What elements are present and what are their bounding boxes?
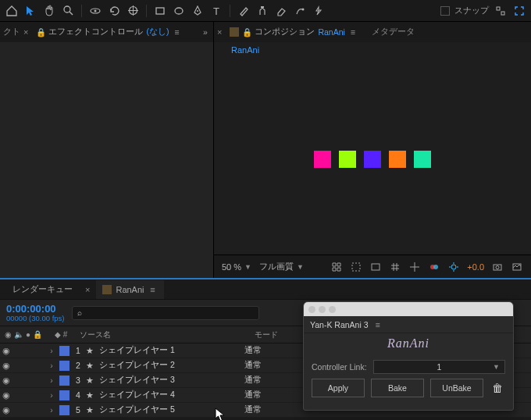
timeline-comp-tab[interactable]: RanAni ≡ [96, 280, 163, 299]
expand-layer-icon[interactable]: › [47, 361, 56, 370]
channel-icon[interactable] [428, 261, 440, 273]
resolution-dropdown[interactable]: フル画質 ▼ [259, 261, 304, 272]
mode-column[interactable]: モード [255, 329, 301, 340]
expand-layer-icon[interactable]: › [47, 346, 56, 355]
panel-menu-icon[interactable]: ≡ [172, 27, 181, 37]
layer-label-swatch[interactable] [59, 376, 69, 386]
window-min-dot[interactable] [319, 306, 326, 313]
layer-name[interactable]: シェイプレイヤー 5 [96, 404, 244, 415]
close-tab-icon[interactable]: × [23, 27, 28, 37]
layer-label-swatch[interactable] [59, 390, 69, 400]
blend-mode-dropdown[interactable]: 通常 [244, 404, 291, 415]
visibility-toggle-icon[interactable]: ◉ [0, 361, 12, 370]
bake-button[interactable]: Bake [371, 379, 424, 397]
svg-rect-15 [352, 263, 360, 271]
visibility-toggle-icon[interactable]: ◉ [0, 376, 12, 385]
text-tool-icon[interactable]: T [209, 4, 223, 18]
apply-button[interactable]: Apply [312, 379, 365, 397]
panel-menu-icon[interactable]: ≡ [373, 320, 383, 329]
trash-icon[interactable]: 🗑 [490, 382, 505, 394]
roto-tool-icon[interactable] [293, 4, 307, 18]
zoom-tool-icon[interactable] [61, 4, 75, 18]
render-queue-tab[interactable]: レンダーキュー [6, 280, 79, 299]
layer-name[interactable]: シェイプレイヤー 2 [96, 360, 244, 371]
comp-flowchart-link[interactable]: RanAni [231, 45, 259, 55]
close-tab-icon[interactable]: × [85, 285, 90, 294]
layer-name[interactable]: シェイプレイヤー 4 [96, 390, 244, 400]
selection-tool-icon[interactable] [23, 4, 37, 18]
transparency-grid-icon[interactable] [330, 261, 343, 273]
timecode-block[interactable]: 0:00:00:00 00000 (30.00 fps) [6, 304, 64, 322]
panel-menu-icon[interactable]: ≡ [148, 285, 158, 294]
snap-checkbox[interactable] [440, 6, 450, 16]
zoom-dropdown[interactable]: 50 % ▼ [222, 262, 251, 272]
expand-icon[interactable] [512, 4, 526, 18]
visibility-toggle-icon[interactable]: ◉ [0, 405, 12, 415]
source-name-column[interactable]: ソース名 [75, 329, 255, 340]
snapshot-icon[interactable] [491, 261, 504, 273]
window-max-dot[interactable] [329, 306, 336, 313]
panel-menu-icon[interactable]: ≡ [348, 27, 358, 37]
puppet-tool-icon[interactable] [312, 4, 326, 18]
close-tab-icon[interactable]: × [217, 27, 222, 37]
label-column-icon[interactable]: ◆ [55, 330, 61, 339]
orbit-tool-icon[interactable] [88, 4, 102, 18]
svg-text:T: T [213, 5, 219, 16]
prev-tab-truncated[interactable]: クト [3, 27, 20, 37]
shape-square [314, 151, 331, 168]
render-queue-label: レンダーキュー [12, 283, 73, 295]
show-snapshot-icon[interactable] [511, 261, 523, 273]
unbake-button[interactable]: UnBake [430, 379, 483, 397]
layer-name[interactable]: シェイプレイヤー 3 [96, 375, 244, 386]
visibility-column-icon[interactable]: ◉ [5, 330, 12, 339]
layer-name[interactable]: シェイプレイヤー 1 [96, 345, 244, 356]
eraser-tool-icon[interactable] [274, 4, 288, 18]
solo-column-icon[interactable]: ● [26, 330, 30, 339]
grid-icon[interactable] [389, 261, 401, 273]
region-icon[interactable] [369, 261, 382, 273]
clone-tool-icon[interactable] [255, 4, 269, 18]
lock-column-icon[interactable]: 🔒 [33, 330, 42, 339]
toggle-mask-icon[interactable] [350, 261, 362, 273]
hand-tool-icon[interactable] [42, 4, 56, 18]
expand-layer-icon[interactable]: › [47, 405, 56, 415]
metadata-tab[interactable]: メタデータ [365, 27, 421, 37]
rect-tool-icon[interactable] [153, 4, 167, 18]
anchor-tool-icon[interactable] [126, 4, 140, 18]
plugin-window-titlebar[interactable] [304, 302, 513, 316]
layer-label-swatch[interactable] [59, 405, 69, 415]
pen-tool-icon[interactable] [191, 4, 205, 18]
shape-square [389, 151, 406, 168]
window-close-dot[interactable] [308, 306, 315, 313]
home-icon[interactable] [5, 4, 19, 18]
visibility-toggle-icon[interactable]: ◉ [0, 390, 12, 400]
expand-layer-icon[interactable]: › [47, 376, 56, 385]
snap-options-icon[interactable] [494, 4, 508, 18]
blend-mode-dropdown[interactable]: 通常 [244, 345, 291, 356]
svg-rect-14 [501, 12, 504, 15]
composition-tab[interactable]: 🔒 コンポジション RanAni ≡ [225, 23, 362, 41]
audio-column-icon[interactable]: 🔈 [14, 330, 23, 339]
hash-column: # [63, 330, 68, 339]
composition-viewer[interactable] [214, 64, 531, 254]
blend-mode-dropdown[interactable]: 通常 [244, 390, 291, 400]
blend-mode-dropdown[interactable]: 通常 [244, 360, 291, 371]
layer-label-swatch[interactable] [59, 346, 69, 356]
effect-controls-tab[interactable]: 🔒 エフェクトコントロール (なし) ≡ [31, 23, 186, 41]
timeline-search-input[interactable] [72, 306, 259, 320]
exposure-value[interactable]: +0.0 [467, 262, 484, 272]
layer-label-swatch[interactable] [59, 361, 69, 371]
controller-link-dropdown[interactable]: 1 ▼ [373, 360, 505, 374]
svg-line-1 [69, 12, 73, 15]
panel-overflow-icon[interactable]: » [201, 27, 210, 37]
blend-mode-dropdown[interactable]: 通常 [244, 375, 291, 386]
visibility-toggle-icon[interactable]: ◉ [0, 346, 12, 355]
rotate-tool-icon[interactable] [107, 4, 121, 18]
ranani-plugin-panel[interactable]: Yan-K RanAni 3 ≡ RanAni Controller Link:… [303, 301, 514, 411]
expand-layer-icon[interactable]: › [47, 390, 56, 400]
guides-icon[interactable] [408, 261, 421, 273]
brush-tool-icon[interactable] [237, 4, 251, 18]
svg-point-9 [197, 10, 198, 12]
ellipse-tool-icon[interactable] [172, 4, 186, 18]
exposure-reset-icon[interactable] [447, 261, 460, 273]
